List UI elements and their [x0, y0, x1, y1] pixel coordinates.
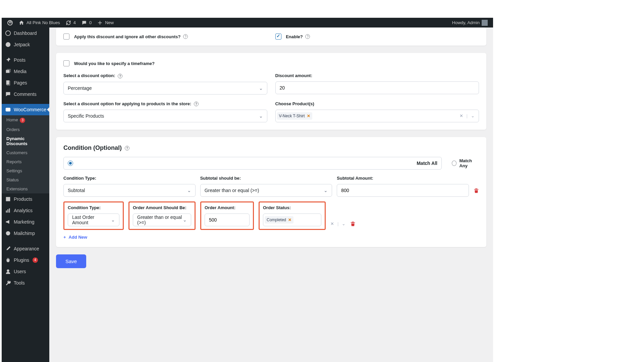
help-icon[interactable]: ?	[118, 74, 122, 78]
choose-products-input[interactable]: V-Neck T-Shirt ✕ ✕ | ⌄	[275, 110, 479, 122]
sidebar-item-appearance[interactable]: Appearance	[2, 243, 49, 254]
remove-tag-icon[interactable]: ✕	[288, 218, 291, 222]
plus-icon: +	[63, 235, 66, 240]
comments-link[interactable]: 0	[78, 20, 94, 26]
main-content: Apply this discount and ignore all other…	[49, 27, 493, 362]
help-icon[interactable]: ?	[183, 34, 188, 39]
wp-logo-menu[interactable]	[4, 20, 16, 26]
discount-amount-input[interactable]	[275, 81, 479, 94]
select-value: Percentage	[68, 85, 92, 91]
updates-link[interactable]: 4	[63, 20, 78, 26]
comments-count: 0	[89, 20, 92, 25]
submenu-customers[interactable]: Customers	[2, 148, 49, 157]
subtotal-amount-label: Subtotal Amount:	[337, 176, 469, 181]
order-status-select[interactable]: Completed ✕	[263, 214, 321, 226]
site-name-link[interactable]: All Pink No Blues	[16, 20, 63, 26]
discount-amount-value[interactable]	[280, 85, 475, 90]
chevron-down-icon[interactable]: ⌄	[471, 113, 475, 118]
chevron-down-icon: ⌄	[259, 113, 263, 119]
clear-icon[interactable]: ✕	[330, 221, 334, 226]
sidebar-item-woocommerce[interactable]: WooCommerce	[2, 104, 49, 115]
updates-count: 4	[73, 20, 76, 25]
sidebar-item-tools[interactable]: Tools	[2, 277, 49, 289]
svg-rect-9	[9, 208, 10, 213]
submenu-extensions[interactable]: Extensions	[2, 184, 49, 193]
sidebar-item-label: Appearance	[14, 246, 39, 251]
help-icon[interactable]: ?	[305, 34, 310, 39]
apply-ignore-label: Apply this discount and ignore all other…	[74, 34, 181, 39]
sidebar-item-media[interactable]: Media	[2, 66, 49, 77]
sidebar-item-label: Plugins	[14, 257, 29, 263]
discount-option-select[interactable]: Percentage ⌄	[63, 82, 267, 95]
sidebar-item-users[interactable]: Users	[2, 266, 49, 277]
sidebar-item-dashboard[interactable]: Dashboard	[2, 27, 49, 39]
sidebar-item-posts[interactable]: Posts	[2, 54, 49, 66]
sidebar-item-plugins[interactable]: Plugins 4	[2, 254, 49, 266]
pin-icon	[5, 57, 11, 63]
enable-checkbox[interactable]	[275, 34, 281, 40]
match-all-radio[interactable]: Match All	[63, 157, 442, 170]
sidebar-item-label: Marketing	[14, 219, 34, 225]
sidebar-item-label: WooCommerce	[14, 107, 46, 112]
help-icon[interactable]: ?	[194, 102, 199, 106]
svg-rect-6	[6, 197, 10, 201]
timeframe-checkbox[interactable]	[63, 60, 69, 66]
submenu-orders[interactable]: Orders	[2, 125, 49, 134]
svg-point-11	[7, 269, 9, 272]
chevron-down-icon: ⌄	[183, 217, 187, 223]
order-status-label: Order Status:	[263, 205, 321, 210]
sidebar-item-label: Users	[14, 269, 26, 274]
svg-point-1	[6, 42, 10, 47]
chevron-down-icon[interactable]: ⌄	[342, 221, 345, 226]
sidebar-item-jetpack[interactable]: Jetpack	[2, 39, 49, 50]
submenu-status[interactable]: Status	[2, 175, 49, 184]
site-name: All Pink No Blues	[26, 20, 60, 25]
match-mode-radios: Match All Match Any	[63, 157, 479, 170]
clear-icon[interactable]: ✕	[460, 113, 463, 118]
add-new-condition-button[interactable]: + Add New	[63, 235, 479, 240]
sidebar-item-mailchimp[interactable]: Mailchimp	[2, 228, 49, 239]
delete-condition-button[interactable]	[350, 221, 356, 230]
enable-label: Enable?	[286, 34, 303, 39]
save-button[interactable]: Save	[56, 254, 86, 268]
submenu-settings[interactable]: Settings	[2, 166, 49, 175]
plus-icon	[97, 20, 103, 26]
sidebar-item-label: Analytics	[14, 208, 33, 213]
discount-amount-label: Discount amount:	[275, 73, 479, 78]
order-amount-should-select[interactable]: Greater than or equal (>=) ⌄	[133, 214, 191, 226]
match-any-radio[interactable]: Match Any	[452, 157, 479, 170]
order-amount-input[interactable]	[205, 214, 250, 226]
plug-icon	[5, 257, 11, 263]
account-link[interactable]: Howdy, Admin	[449, 20, 490, 26]
home-icon	[18, 20, 24, 26]
jetpack-icon	[5, 42, 11, 48]
help-icon[interactable]: ?	[125, 146, 129, 150]
sidebar-item-products[interactable]: Products	[2, 193, 49, 205]
apply-ignore-checkbox[interactable]	[63, 34, 69, 40]
apply-products-select[interactable]: Specific Products ⌄	[63, 110, 267, 122]
condition-type-select[interactable]: Last Order Amount ⌄	[68, 214, 119, 226]
analytics-icon	[5, 207, 11, 214]
submenu-dynamic-discounts[interactable]: Dynamic Discounts	[2, 134, 49, 148]
sidebar-item-marketing[interactable]: Marketing	[2, 216, 49, 228]
subtotal-amount-input[interactable]	[337, 184, 469, 197]
sidebar-item-analytics[interactable]: Analytics	[2, 205, 49, 216]
chevron-down-icon: ⌄	[111, 217, 115, 223]
sidebar-item-label: Mailchimp	[14, 231, 35, 236]
new-content-link[interactable]: New	[94, 20, 116, 26]
svg-point-10	[6, 231, 10, 236]
submenu-reports[interactable]: Reports	[2, 157, 49, 166]
radio-dot	[68, 161, 73, 166]
sidebar-item-pages[interactable]: Pages	[2, 77, 49, 88]
products-icon	[5, 196, 11, 202]
sidebar-item-comments[interactable]: Comments	[2, 88, 49, 100]
remove-tag-icon[interactable]: ✕	[307, 114, 310, 118]
delete-condition-button[interactable]	[474, 188, 479, 197]
submenu-home[interactable]: Home 3	[2, 115, 49, 125]
megaphone-icon	[5, 219, 11, 225]
woocommerce-icon	[5, 107, 11, 113]
subtotal-should-label: Subtotal should be:	[200, 176, 332, 181]
condition-type-select[interactable]: Subtotal ⌄	[63, 184, 196, 197]
discount-flags-card: Apply this discount and ignore all other…	[56, 27, 486, 46]
subtotal-should-select[interactable]: Greater than or equal (>=) ⌄	[200, 184, 332, 197]
